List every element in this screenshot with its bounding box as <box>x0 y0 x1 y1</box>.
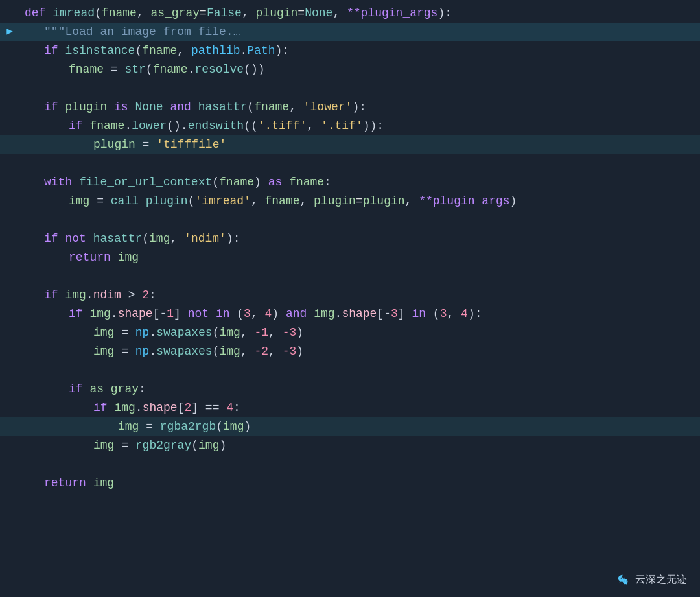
code-line-13: if not hasattr(img, 'ndim'): <box>0 229 700 248</box>
code-content-16: if img.ndim > 2: <box>19 286 700 305</box>
code-line-26: return img <box>0 474 700 493</box>
code-line-25-empty <box>0 455 700 474</box>
watermark: 云深之无迹 <box>617 571 687 588</box>
line-gutter-4 <box>0 60 19 79</box>
code-line-10: with file_or_url_context(fname) as fname… <box>0 173 700 192</box>
func-name: imread <box>52 4 95 23</box>
code-line-8: plugin = 'tifffile' <box>0 135 700 154</box>
code-content-14: return img <box>19 248 700 267</box>
code-content-23: img = rgba2rgb(img) <box>19 417 700 436</box>
keyword-def: def <box>25 4 52 23</box>
code-content-13: if not hasattr(img, 'ndim'): <box>19 229 700 248</box>
wechat-icon <box>617 572 631 587</box>
code-line-17: if img.shape[-1] not in (3, 4) and img.s… <box>0 305 700 323</box>
line-gutter-6 <box>0 98 19 117</box>
code-content-22: if img.shape[2] == 4: <box>19 399 700 417</box>
code-line-1: def imread(fname, as_gray=False, plugin=… <box>0 4 700 23</box>
code-line-11: img = call_plugin('imread', fname, plugi… <box>0 192 700 211</box>
code-line-15-empty <box>0 267 700 286</box>
code-line-4: fname = str(fname.resolve()) <box>0 60 700 79</box>
code-content-7: if fname.lower().endswith(('.tiff', '.ti… <box>19 117 700 135</box>
code-line-3: if isinstance(fname, pathlib.Path): <box>0 41 700 60</box>
code-line-2: ▶ """Load an image from file.… <box>0 23 700 41</box>
line-gutter-17 <box>0 305 19 323</box>
code-content-3: if isinstance(fname, pathlib.Path): <box>19 41 700 60</box>
val-false: False <box>207 4 242 23</box>
line-gutter-8 <box>0 135 19 154</box>
code-line-7: if fname.lower().endswith(('.tiff', '.ti… <box>0 117 700 135</box>
param-as-gray: as_gray <box>150 4 200 23</box>
line-gutter-24 <box>0 436 19 455</box>
code-content-6: if plugin is None and hasattr(fname, 'lo… <box>19 98 700 117</box>
code-line-18: img = np.swapaxes(img, -1, -3) <box>0 323 700 342</box>
paren-open: ( <box>95 4 102 23</box>
code-content-10: with file_or_url_context(fname) as fname… <box>19 173 700 192</box>
val-none: None <box>305 4 332 23</box>
code-line-23: img = rgba2rgb(img) <box>0 417 700 436</box>
current-line-arrow: ▶ <box>6 24 13 41</box>
line-gutter-14 <box>0 248 19 267</box>
line-gutter-1 <box>0 4 19 23</box>
code-content-2: """Load an image from file.… <box>19 23 700 41</box>
watermark-text: 云深之无迹 <box>635 571 687 588</box>
line-gutter-7 <box>0 117 19 135</box>
line-gutter-2: ▶ <box>0 23 19 41</box>
line-gutter-10 <box>0 173 19 192</box>
code-line-21: if as_gray: <box>0 380 700 399</box>
docstring: """Load an image from file.… <box>44 23 240 41</box>
code-editor: def imread(fname, as_gray=False, plugin=… <box>0 0 700 597</box>
line-gutter-22 <box>0 399 19 417</box>
param-fname: fname <box>102 4 137 23</box>
param-plugin-args: **plugin_args <box>347 4 438 23</box>
code-content-11: img = call_plugin('imread', fname, plugi… <box>19 192 700 211</box>
line-gutter-19 <box>0 342 19 361</box>
code-line-14: return img <box>0 248 700 267</box>
code-content-8: plugin = 'tifffile' <box>19 135 700 154</box>
code-line-22: if img.shape[2] == 4: <box>0 399 700 417</box>
line-gutter-26 <box>0 474 19 493</box>
code-content-1: def imread(fname, as_gray=False, plugin=… <box>19 4 700 23</box>
line-gutter-23 <box>0 417 19 436</box>
code-content-19: img = np.swapaxes(img, -2, -3) <box>19 342 700 361</box>
line-gutter-21 <box>0 380 19 399</box>
code-line-5-empty <box>0 79 700 98</box>
line-gutter-13 <box>0 229 19 248</box>
code-line-12-empty <box>0 211 700 229</box>
code-line-16: if img.ndim > 2: <box>0 286 700 305</box>
code-content-4: fname = str(fname.resolve()) <box>19 60 700 79</box>
line-gutter-11 <box>0 192 19 211</box>
line-gutter-18 <box>0 323 19 342</box>
code-content-24: img = rgb2gray(img) <box>19 436 700 455</box>
code-content-26: return img <box>19 474 700 493</box>
code-line-6: if plugin is None and hasattr(fname, 'lo… <box>0 98 700 117</box>
line-gutter-3 <box>0 41 19 60</box>
code-line-19: img = np.swapaxes(img, -2, -3) <box>0 342 700 361</box>
code-line-24: img = rgb2gray(img) <box>0 436 700 455</box>
param-plugin: plugin <box>256 4 298 23</box>
code-line-20-empty <box>0 361 700 380</box>
line-gutter-16 <box>0 286 19 305</box>
code-content-21: if as_gray: <box>19 380 700 399</box>
code-content-17: if img.shape[-1] not in (3, 4) and img.s… <box>19 305 700 323</box>
code-line-9-empty <box>0 154 700 173</box>
code-content-18: img = np.swapaxes(img, -1, -3) <box>19 323 700 342</box>
